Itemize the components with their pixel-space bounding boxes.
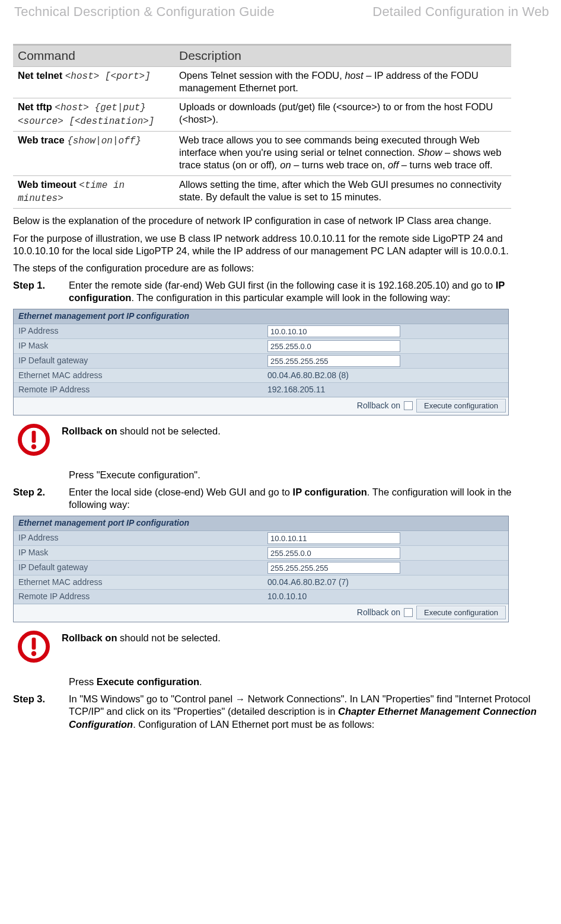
- rollback-checkbox[interactable]: [404, 608, 413, 617]
- running-header: Technical Description & Configuration Gu…: [13, 4, 550, 20]
- table-row: Web timeout <time in minutes> Allows set…: [13, 175, 511, 209]
- ip-gateway-input[interactable]: [267, 355, 400, 367]
- table-row: Net tftp <host> {get|put} <source> [<des…: [13, 98, 511, 132]
- paragraph: For the purpose of illustration, we use …: [13, 232, 550, 257]
- table-row: Web trace {show|on|off} Web trace allows…: [13, 132, 511, 175]
- execute-configuration-button[interactable]: Execute configuration: [416, 606, 506, 619]
- warning-callout: Rollback on should not be selected.: [13, 424, 550, 456]
- ip-mask-input[interactable]: [267, 547, 400, 559]
- ip-config-panel-local: Ethernet management port IP configuratio…: [13, 516, 509, 622]
- ip-address-input[interactable]: [267, 532, 400, 544]
- ip-config-panel-remote: Ethernet management port IP configuratio…: [13, 309, 509, 415]
- paragraph: The steps of the configuration procedure…: [13, 262, 550, 274]
- mac-address-value: 00.04.A6.80.B2.08 (8): [267, 370, 503, 381]
- header-right: Detailed Configuration in Web: [372, 4, 549, 20]
- step-1: Step 1. Enter the remote side (far-end) …: [13, 279, 550, 304]
- th-description: Description: [174, 45, 511, 67]
- th-command: Command: [13, 45, 174, 67]
- ip-gateway-input[interactable]: [267, 562, 400, 574]
- command-table: Command Description Net telnet <host> [<…: [13, 44, 511, 209]
- svg-point-5: [31, 651, 36, 656]
- rollback-checkbox[interactable]: [404, 401, 413, 410]
- table-row: Net telnet <host> [<port>] Opens Telnet …: [13, 67, 511, 98]
- press-instruction: Press Execute configuration.: [69, 676, 550, 688]
- panel-title: Ethernet management port IP configuratio…: [14, 309, 508, 324]
- panel-title: Ethernet management port IP configuratio…: [14, 516, 508, 531]
- execute-configuration-button[interactable]: Execute configuration: [416, 399, 506, 413]
- warning-icon: [18, 631, 50, 663]
- remote-ip-value: 192.168.205.11: [267, 385, 503, 395]
- warning-icon: [18, 424, 50, 456]
- step-3: Step 3. In "MS Windows" go to "Control p…: [13, 693, 550, 730]
- ip-mask-input[interactable]: [267, 340, 400, 352]
- rollback-label: Rollback on: [357, 401, 400, 411]
- svg-rect-4: [32, 638, 36, 650]
- remote-ip-value: 10.0.10.10: [267, 592, 503, 602]
- svg-point-2: [31, 445, 36, 449]
- warning-callout: Rollback on should not be selected.: [13, 631, 550, 663]
- paragraph: Below is the explanation of the procedur…: [13, 215, 550, 227]
- step-2: Step 2. Enter the local side (close-end)…: [13, 486, 550, 511]
- mac-address-value: 00.04.A6.80.B2.07 (7): [267, 577, 503, 588]
- ip-address-input[interactable]: [267, 325, 400, 337]
- header-left: Technical Description & Configuration Gu…: [14, 4, 275, 20]
- rollback-label: Rollback on: [357, 608, 400, 618]
- press-instruction: Press "Execute configuration".: [69, 469, 550, 481]
- svg-rect-1: [32, 431, 36, 443]
